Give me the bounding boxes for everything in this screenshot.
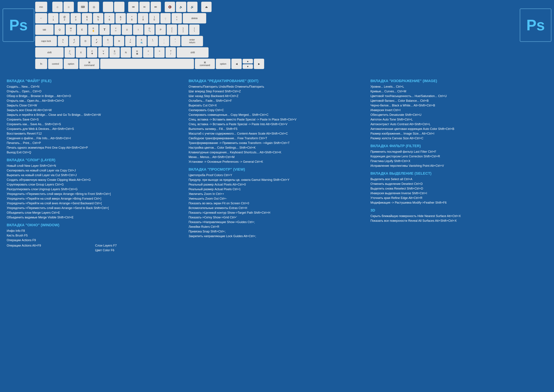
key-arrow-right[interactable]: ▶ — [254, 59, 264, 69]
key-control[interactable]: control — [48, 59, 63, 69]
key-f[interactable]: F🖌 — [91, 36, 102, 46]
key-b[interactable]: B☐ — [109, 47, 120, 58]
key-f10[interactable]: 🔇 — [165, 2, 175, 12]
key-tilde[interactable]: ~` — [35, 13, 47, 23]
key-row-numbers: ~` !1 @2 #3 $4 %5 ^6 &7 *8 (9 )0 _- += d… — [35, 13, 519, 23]
key-f4[interactable]: ◎ — [89, 2, 99, 12]
key-c[interactable]: C✚ — [87, 47, 97, 58]
key-w[interactable]: W✂ — [66, 24, 76, 35]
key-5[interactable]: %5 — [93, 13, 103, 23]
shortcut-item: Инверсия Invert Ctrl+I — [370, 108, 547, 112]
key-delete[interactable]: delete — [183, 13, 206, 23]
key-s[interactable]: S🖊 — [69, 36, 79, 46]
key-x[interactable]: X — [76, 47, 86, 58]
shortcut-item: Модификация -> Растушевка Modify->Feathe… — [370, 200, 547, 205]
key-z[interactable]: Z🔍 — [64, 47, 75, 58]
key-command-right[interactable]: ⌘command — [195, 59, 215, 69]
key-equals[interactable]: += — [172, 13, 182, 23]
key-7[interactable]: &7 — [115, 13, 126, 23]
key-f9[interactable]: ⏭ — [151, 2, 161, 12]
shortcut-item: Выделить все Select all Ctrl+A — [370, 177, 547, 182]
section-title-3d: 3D — [370, 208, 547, 212]
shortcut-item: Разгруппировать слои Ungroup Layers Shif… — [7, 187, 184, 192]
key-shift-left[interactable]: shift — [35, 47, 64, 58]
key-option-right[interactable]: option — [216, 59, 230, 69]
shortcut-item: Цветовой тон/Насыщенность... Hue/Saturat… — [370, 94, 547, 98]
key-t[interactable]: T — [99, 24, 110, 35]
key-f3[interactable]: ⌨ — [77, 2, 88, 12]
shortcut-item: Показать->Целевой контур Show->Target Pa… — [189, 210, 366, 215]
key-p[interactable]: P — [155, 24, 166, 35]
key-3[interactable]: #3 — [70, 13, 81, 23]
key-a[interactable]: A↖ — [58, 36, 68, 46]
shortcut-item: Отменить/Повторить Undo/Redo Отменить/По… — [189, 84, 366, 89]
key-i[interactable]: I — [133, 24, 143, 35]
key-comma[interactable]: <, — [143, 47, 153, 58]
key-arrow-down[interactable]: ▼ — [242, 64, 253, 69]
key-f7[interactable]: ⏮ — [128, 2, 138, 12]
key-eject[interactable]: ⏏ — [201, 2, 212, 12]
section-title-filter: ВКЛАДКА ФИЛЬТР (FILTER) — [370, 144, 547, 148]
key-backslash[interactable]: |\ — [189, 24, 200, 35]
key-f6[interactable] — [114, 2, 125, 12]
key-f12[interactable]: 🔊 — [187, 2, 198, 12]
key-n[interactable]: N — [121, 47, 131, 58]
content-area: ВКЛАДКА "ФАЙЛ" (FILE) Создать... New... … — [3, 75, 551, 390]
key-l[interactable]: L⌒ — [148, 36, 158, 46]
shortcut-item: Показать во весь экран Fit on Screen Ctr… — [189, 201, 366, 206]
key-e[interactable]: E — [77, 24, 87, 35]
key-k[interactable]: K🌊 — [136, 36, 147, 46]
key-slash[interactable]: ?/ — [166, 47, 176, 58]
key-semicolon[interactable]: :; — [159, 36, 169, 46]
key-enter[interactable]: enterreturn — [181, 36, 203, 46]
key-space[interactable] — [100, 59, 194, 69]
key-g[interactable]: G⬜ — [103, 36, 113, 46]
key-rbracket[interactable]: }] — [178, 24, 188, 35]
key-option-left[interactable]: option — [64, 59, 78, 69]
shortcut-item: Вырезать на новый слой Layer via Cut Shi… — [7, 173, 184, 177]
shortcut-item: Уточнить края Refine Edge Alt+Ctrl+R — [370, 196, 547, 200]
key-q[interactable]: Q — [55, 24, 65, 35]
shortcut-item: Сохранить Save Ctrl+S — [7, 117, 184, 122]
key-lbracket[interactable]: {[ — [167, 24, 177, 35]
key-fn[interactable]: fn — [35, 59, 47, 69]
key-arrow-left[interactable]: ◀ — [231, 59, 242, 69]
shortcut-item: Реальный размер Actual Pixels Ctrl+1 — [189, 187, 366, 192]
key-0[interactable]: )0 — [149, 13, 159, 23]
key-period[interactable]: >. — [154, 47, 165, 58]
key-f1[interactable]: ☼ — [52, 2, 63, 12]
key-arrow-up[interactable]: ▲ — [242, 59, 253, 63]
key-4[interactable]: $4 — [82, 13, 92, 23]
section-edit-shortcuts: Отменить/Повторить Undo/Redo Отменить/По… — [189, 84, 366, 164]
shortcut-item: Показать все поверхности Reveal All Surf… — [370, 218, 547, 223]
key-1[interactable]: !1 — [48, 13, 58, 23]
key-f2[interactable]: ☼ — [63, 2, 74, 12]
key-y[interactable]: Y✂ — [111, 24, 121, 35]
shortcut-item: Исправление перспективы Vanishing Point … — [370, 164, 547, 168]
key-j[interactable]: J✒ — [125, 36, 136, 46]
key-h[interactable]: H — [114, 36, 124, 46]
key-tab[interactable]: tab — [35, 24, 54, 35]
key-v[interactable]: V➜ — [98, 47, 109, 58]
key-m[interactable]: M▦ — [132, 47, 142, 58]
key-u[interactable]: U — [122, 24, 132, 35]
key-f8[interactable]: ⏯ — [139, 2, 150, 12]
key-d[interactable]: D — [80, 36, 91, 46]
key-f5[interactable] — [103, 2, 113, 12]
key-9[interactable]: (9 — [138, 13, 148, 23]
shortcut-item: Выход Exit Ctrl+Q — [7, 150, 184, 155]
key-r[interactable]: R✋ — [88, 24, 98, 35]
key-esc[interactable]: esc — [35, 2, 47, 12]
key-o[interactable]: O🔍 — [144, 24, 155, 35]
shortcut-item: Операции Actions Alt+F9 — [7, 243, 95, 248]
key-shift-right[interactable]: shift — [177, 47, 208, 58]
key-minus[interactable]: _- — [160, 13, 171, 23]
key-6[interactable]: ^6 — [104, 13, 115, 23]
key-row-fn: esc ☼ ☼ ⌨ ◎ ⏮ ⏯ ⏭ 🔇 🔉 🔊 ⏏ — [35, 2, 519, 12]
key-8[interactable]: *8 — [127, 13, 137, 23]
key-capslock[interactable]: caps lock — [35, 36, 57, 46]
key-2[interactable]: @2 — [59, 13, 70, 23]
key-f11[interactable]: 🔉 — [176, 2, 186, 12]
key-quote[interactable]: "' — [170, 36, 180, 46]
key-command-left[interactable]: ⌘command — [79, 59, 99, 69]
